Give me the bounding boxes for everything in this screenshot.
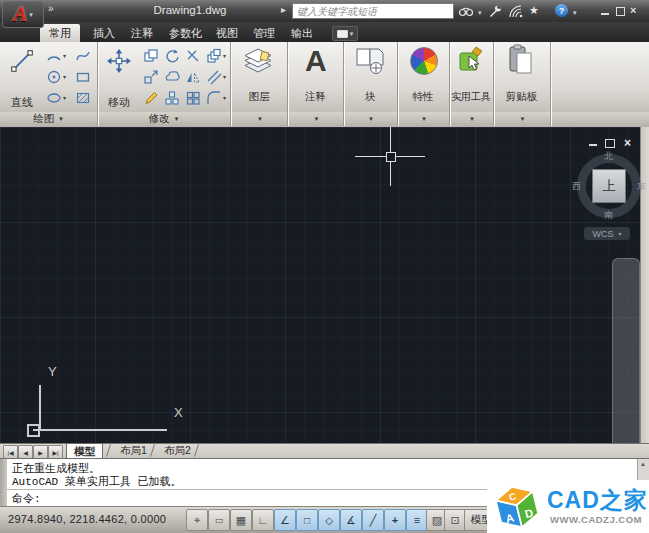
tab-layout2[interactable]: 布局2 xyxy=(157,443,198,457)
viewcube-west-label[interactable]: 西 xyxy=(572,180,581,193)
zoom-icon[interactable] xyxy=(619,319,634,334)
stretch-button[interactable] xyxy=(162,67,181,86)
chevron-down-icon[interactable] xyxy=(223,94,226,101)
object-snap-3d-toggle[interactable] xyxy=(318,509,340,531)
binoculars-icon[interactable] xyxy=(458,4,474,17)
app-menu-button[interactable]: A xyxy=(2,1,44,28)
fillet-button[interactable] xyxy=(204,88,223,107)
clipboard-button[interactable] xyxy=(508,44,534,80)
orbit-icon[interactable] xyxy=(619,344,634,359)
tab-annotate[interactable]: 注释 xyxy=(122,25,162,42)
utilities-button[interactable] xyxy=(458,45,486,79)
chevron-down-icon[interactable] xyxy=(615,365,639,373)
search-input[interactable] xyxy=(292,3,454,19)
polar-tracking-toggle[interactable] xyxy=(274,509,296,531)
infocenter-expand-icon[interactable] xyxy=(281,4,286,15)
layers-panel-footer[interactable] xyxy=(231,112,287,126)
satellite-icon[interactable] xyxy=(508,4,523,18)
navigation-bar[interactable] xyxy=(612,258,640,460)
dynamic-ucs-toggle[interactable] xyxy=(362,509,384,531)
first-tab-button[interactable]: |◀ xyxy=(3,445,18,459)
drawing-canvas[interactable] xyxy=(0,127,640,443)
wrench-icon[interactable] xyxy=(488,4,503,18)
utilities-panel-footer[interactable] xyxy=(449,112,493,126)
grid-toggle[interactable] xyxy=(230,509,252,531)
pan-hand-icon[interactable] xyxy=(619,294,634,309)
ribbon-minimize-button[interactable] xyxy=(332,26,358,41)
draw-panel-footer[interactable]: 绘图 xyxy=(0,112,96,126)
close-button[interactable]: × xyxy=(630,4,636,16)
annotation-icon[interactable]: A xyxy=(305,44,327,78)
layers-button[interactable] xyxy=(242,47,275,83)
hatch-button[interactable] xyxy=(73,88,92,107)
trim-button[interactable] xyxy=(183,46,202,65)
viewcube-top-face[interactable]: 上 xyxy=(592,169,626,203)
ortho-toggle[interactable] xyxy=(252,509,274,531)
edit-button[interactable] xyxy=(141,88,160,107)
ellipse-button[interactable] xyxy=(44,88,63,107)
chevron-down-icon[interactable] xyxy=(478,9,482,17)
tab-home[interactable]: 常用 xyxy=(40,24,80,42)
viewcube-east-label[interactable]: 东 xyxy=(637,180,646,193)
line-button[interactable]: 直线 xyxy=(3,45,41,112)
scroll-up-icon[interactable] xyxy=(640,461,646,467)
coordinate-readout[interactable]: 2974.8940, 2218.4462, 0.0000 xyxy=(8,513,166,525)
properties-color-wheel-icon[interactable] xyxy=(410,47,438,75)
tab-model[interactable]: 模型 xyxy=(66,443,103,458)
steering-wheel-icon[interactable] xyxy=(619,269,634,284)
tab-insert[interactable]: 插入 xyxy=(84,25,124,42)
clipboard-panel-footer[interactable] xyxy=(493,112,550,126)
command-prompt[interactable]: 命令: xyxy=(12,491,41,506)
quick-access-overflow-button[interactable]: » xyxy=(48,3,53,14)
offset-button[interactable] xyxy=(204,67,223,86)
annotation-panel-footer[interactable] xyxy=(288,112,343,126)
array-button[interactable] xyxy=(183,88,202,107)
modify-panel-footer[interactable]: 修改 xyxy=(97,112,230,126)
chevron-down-icon[interactable] xyxy=(223,73,226,80)
copy-button[interactable] xyxy=(141,46,160,65)
restore-button[interactable] xyxy=(616,7,625,16)
command-window-grip[interactable] xyxy=(0,459,7,506)
tab-manage[interactable]: 管理 xyxy=(244,25,284,42)
wcs-button[interactable]: WCS xyxy=(584,227,630,240)
infer-constraints-toggle[interactable] xyxy=(208,509,230,531)
block-button[interactable] xyxy=(355,46,386,80)
circle-button[interactable] xyxy=(44,67,63,86)
chevron-down-icon[interactable] xyxy=(223,52,226,59)
tab-layout1[interactable]: 布局1 xyxy=(113,443,154,457)
properties-panel-footer[interactable] xyxy=(397,112,449,126)
chevron-down-icon[interactable] xyxy=(63,94,66,101)
viewcube[interactable]: 北 南 西 东 上 xyxy=(575,152,643,220)
snap-toggle[interactable] xyxy=(186,509,208,531)
block-panel-footer[interactable] xyxy=(343,112,397,126)
chevron-down-icon[interactable] xyxy=(63,73,66,80)
last-tab-button[interactable]: ▶| xyxy=(48,445,63,459)
next-tab-button[interactable]: ▶ xyxy=(33,445,48,459)
viewcube-south-label[interactable]: 南 xyxy=(604,209,613,222)
viewcube-north-label[interactable]: 北 xyxy=(604,150,613,163)
chevron-down-icon[interactable] xyxy=(573,9,577,17)
spline-button[interactable] xyxy=(73,46,92,65)
move-button[interactable]: 移动 xyxy=(100,45,138,112)
rectangle-button[interactable] xyxy=(73,67,92,86)
rotate-button[interactable] xyxy=(162,46,181,65)
tab-parametric[interactable]: 参数化 xyxy=(160,25,211,42)
tab-view[interactable]: 视图 xyxy=(207,25,247,42)
snap-tracking-toggle[interactable] xyxy=(340,509,362,531)
lineweight-toggle[interactable] xyxy=(406,509,428,531)
doc-minimize-button[interactable] xyxy=(589,144,597,146)
doc-restore-button[interactable] xyxy=(605,139,615,148)
explode-button[interactable] xyxy=(162,88,181,107)
arc-button[interactable] xyxy=(44,46,63,65)
quick-properties-toggle[interactable] xyxy=(444,509,466,531)
minimize-button[interactable] xyxy=(601,13,609,15)
tab-output[interactable]: 输出 xyxy=(282,25,322,42)
doc-close-button[interactable]: × xyxy=(624,136,631,150)
erase-button[interactable] xyxy=(204,46,223,65)
star-icon[interactable] xyxy=(529,4,539,17)
object-snap-toggle[interactable] xyxy=(296,509,318,531)
chevron-down-icon[interactable] xyxy=(63,52,66,59)
dynamic-input-toggle[interactable] xyxy=(384,509,406,531)
scale-button[interactable] xyxy=(141,67,160,86)
help-icon[interactable]: ? xyxy=(555,4,568,17)
